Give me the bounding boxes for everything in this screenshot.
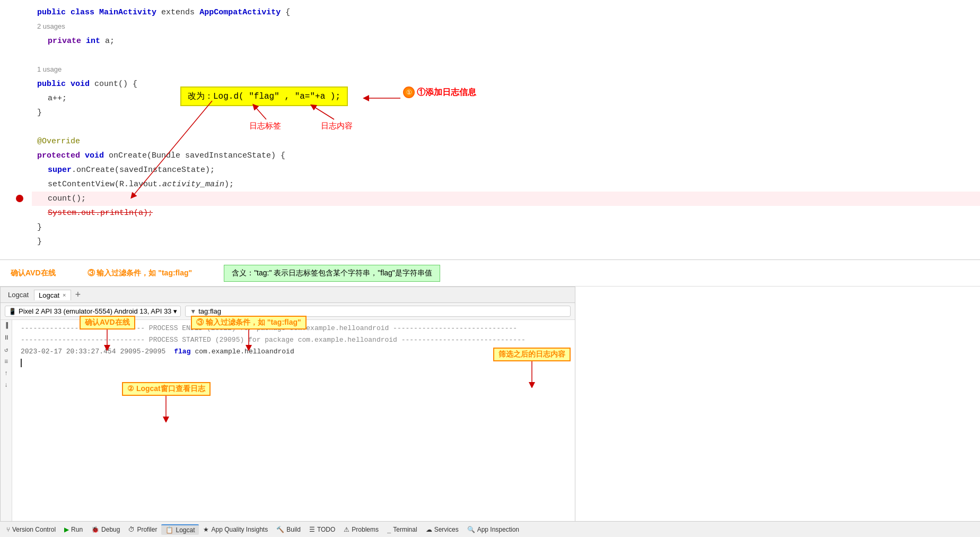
code-line-sysout: System.out.println(a);: [32, 206, 980, 220]
toolbar-profiler[interactable]: ⏱ Profiler: [124, 525, 161, 534]
app-inspection-label: App Inspection: [477, 526, 519, 533]
keyword-public: public: [37, 6, 66, 20]
filter-label: ③ 输入过滤条件，如 "tag:flag": [88, 268, 192, 278]
code-line-close2: }: [32, 220, 980, 235]
code-line-super: super .onCreate(savedInstanceState);: [32, 163, 980, 177]
toolbar-problems[interactable]: ⚠ Problems: [339, 525, 383, 534]
blank-line-1: [32, 48, 980, 63]
logcat-label: Logcat: [176, 526, 195, 534]
usage-hint-text: 2 usages: [37, 21, 65, 32]
profiler-icon: ⏱: [128, 526, 135, 533]
filter-result-label-group: 筛选之后的日志内容: [493, 348, 571, 388]
logcat-tab-close[interactable]: ×: [63, 292, 66, 298]
bottom-toolbar: ⑂ Version Control ▶ Run 🐞 Debug ⏱ Profil…: [0, 521, 980, 537]
confirm-avd-label: 确认AVD在线: [80, 316, 135, 330]
avd-label: 确认AVD在线: [11, 268, 56, 278]
filter-arrow-svg: [243, 330, 254, 351]
logcat-tabs: Logcat Logcat × +: [1, 287, 575, 303]
logcat-view-label: ② Logcat窗口查看日志: [122, 382, 211, 396]
code-line-oncreate: protected void onCreate(Bundle savedInst…: [32, 149, 980, 163]
terminal-label: Terminal: [393, 526, 417, 533]
toolbar-todo[interactable]: ☰ TODO: [305, 525, 339, 534]
logcat-icon: 📋: [165, 526, 173, 534]
filter-input[interactable]: ▼ tag:flag: [185, 306, 571, 317]
logcat-sidebar: ▐ ⏸ ↺ ≡ ↑ ↓: [1, 320, 12, 537]
toolbar-debug[interactable]: 🐞 Debug: [87, 525, 124, 534]
breakpoint-indicator: [16, 195, 23, 202]
code-line-setcontent: setContentView(R.layout. activity_main )…: [32, 177, 980, 192]
log-cursor-line[interactable]: [16, 357, 571, 369]
toolbar-build[interactable]: 🔨 Build: [272, 525, 305, 534]
device-dropdown-icon: ▾: [173, 307, 177, 315]
usage-hint-1: 1 usage: [32, 63, 980, 77]
filter-label-group: ③ 输入过滤条件，如 "tag:flag": [88, 268, 192, 278]
code-line-count-sig: public void count() {: [32, 77, 980, 91]
input-filter-label: ③ 输入过滤条件，如 "tag:flag": [191, 316, 307, 330]
logcat-tab-name: Logcat: [39, 291, 59, 299]
annotation-bar: 确认AVD在线 ③ 输入过滤条件，如 "tag:flag" 含义："tag:" …: [0, 260, 980, 287]
sidebar-icon-5[interactable]: ↑: [4, 370, 8, 377]
version-control-label: Version Control: [12, 526, 56, 533]
problems-label: Problems: [352, 526, 379, 533]
build-icon: 🔨: [276, 526, 284, 533]
blank-line-2: [32, 120, 980, 134]
logcat-view-arrow-svg: [161, 396, 171, 422]
logcat-output: ------------------------------ PROCESS E…: [12, 320, 575, 537]
app-quality-label: App Quality Insights: [211, 526, 268, 533]
code-line-count-call: count();: [32, 192, 980, 206]
avd-arrow-svg: [102, 330, 112, 351]
filter-result-label: 筛选之后的日志内容: [493, 348, 571, 361]
logcat-tab-label: Logcat: [5, 290, 32, 300]
log-tag-value: flag: [174, 348, 190, 356]
filter-arrow-label: ③ 输入过滤条件，如 "tag:flag": [191, 316, 307, 351]
code-line-close3: }: [32, 235, 980, 249]
todo-icon: ☰: [309, 526, 315, 533]
build-label: Build: [286, 526, 301, 533]
logcat-tab-add[interactable]: +: [73, 290, 83, 300]
toolbar-version-control[interactable]: ⑂ Version Control: [2, 525, 60, 534]
code-line-class: public class MainActivity extends AppCom…: [32, 5, 980, 20]
logcat-tab-active[interactable]: Logcat ×: [34, 290, 71, 300]
toolbar-terminal[interactable]: _ Terminal: [383, 525, 422, 534]
services-label: Services: [434, 526, 459, 533]
sidebar-icon-2[interactable]: ⏸: [3, 334, 10, 342]
code-line-aplus: a++;: [32, 91, 980, 106]
sidebar-icon-3[interactable]: ↺: [4, 346, 8, 354]
code-area: public class MainActivity extends AppCom…: [0, 0, 980, 254]
run-label: Run: [71, 526, 83, 533]
code-line-override: @Override: [32, 134, 980, 149]
debug-icon: 🐞: [91, 526, 99, 533]
class-name-main: MainActivity: [99, 6, 156, 20]
usage-hint-2: 2 usages: [32, 20, 980, 34]
toolbar-app-quality[interactable]: ★ App Quality Insights: [199, 525, 272, 534]
device-name: Pixel 2 API 33 (emulator-5554) Android 1…: [19, 307, 171, 315]
filter-icon: ▼: [190, 308, 196, 315]
problems-icon: ⚠: [344, 526, 349, 533]
device-icon: 📱: [8, 308, 16, 315]
avd-arrow-label: 确认AVD在线: [80, 316, 135, 351]
device-selector[interactable]: 📱 Pixel 2 API 33 (emulator-5554) Android…: [5, 306, 181, 317]
logcat-view-label-group: ② Logcat窗口查看日志: [122, 382, 211, 422]
services-icon: ☁: [426, 526, 432, 533]
sidebar-icon-1[interactable]: ▐: [4, 322, 8, 330]
toolbar-logcat[interactable]: 📋 Logcat: [161, 524, 199, 535]
sidebar-icon-6[interactable]: ↓: [4, 382, 8, 389]
filter-value: tag:flag: [198, 307, 221, 315]
terminal-icon: _: [387, 526, 391, 533]
toolbar-services[interactable]: ☁ Services: [422, 525, 463, 534]
green-info-box: 含义："tag:" 表示日志标签包含某个字符串，"flag"是字符串值: [224, 265, 440, 282]
version-control-icon: ⑂: [6, 526, 10, 533]
toolbar-app-inspection[interactable]: 🔍 App Inspection: [463, 525, 523, 534]
code-line-field: private int a;: [32, 34, 980, 48]
toolbar-run[interactable]: ▶ Run: [60, 525, 87, 534]
profiler-label: Profiler: [137, 526, 157, 533]
keyword-class: class: [71, 6, 94, 20]
filter-result-arrow-svg: [527, 361, 537, 388]
code-line-close1: }: [32, 106, 980, 120]
code-editor: public class MainActivity extends AppCom…: [0, 0, 980, 260]
todo-label: TODO: [317, 526, 335, 533]
cursor: [21, 359, 22, 367]
logcat-content-area: ▐ ⏸ ↺ ≡ ↑ ↓ ----------------------------…: [1, 320, 575, 537]
avd-label-group: 确认AVD在线: [11, 268, 56, 278]
sidebar-icon-4[interactable]: ≡: [4, 358, 8, 366]
